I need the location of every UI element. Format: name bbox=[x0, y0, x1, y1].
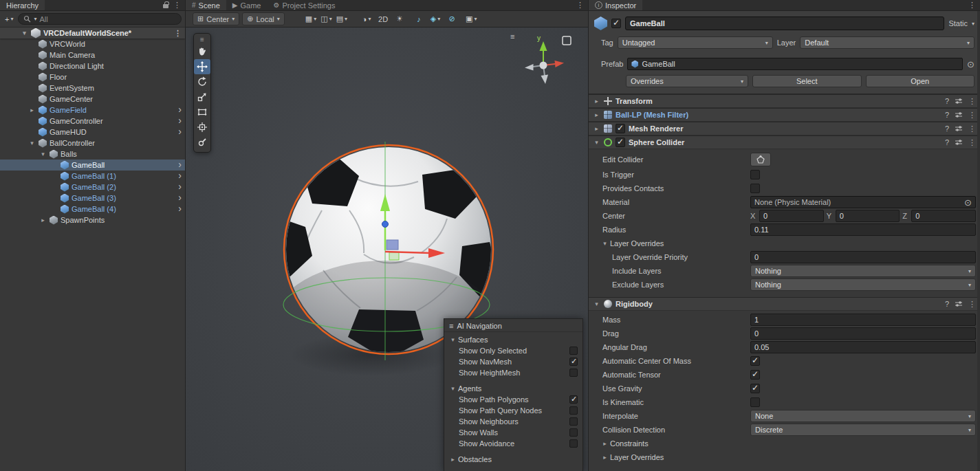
camera-lock-icon[interactable] bbox=[563, 36, 571, 45]
component-menu-icon[interactable]: ⋮ bbox=[968, 300, 976, 309]
toggle-row[interactable]: Show Walls bbox=[444, 427, 582, 438]
rb-layer-overrides-foldout[interactable]: ▸ Layer Overrides bbox=[589, 453, 664, 461]
tab-game[interactable]: ▶Game bbox=[226, 0, 268, 10]
component-menu-icon[interactable]: ⋮ bbox=[968, 111, 976, 120]
handle-orientation-dropdown[interactable]: ⊕Local▾ bbox=[242, 12, 285, 25]
component-checkbox[interactable] bbox=[616, 138, 625, 147]
overrides-dropdown[interactable]: Overrides▾ bbox=[626, 75, 748, 87]
hierarchy-item[interactable]: GameHUD› bbox=[0, 127, 185, 138]
static-dropdown-icon[interactable]: ▾ bbox=[972, 21, 974, 27]
include-layers-dropdown[interactable]: Nothing▾ bbox=[750, 265, 976, 277]
provides-contacts-checkbox[interactable] bbox=[750, 184, 760, 193]
angular-drag-field[interactable]: 0.05 bbox=[750, 341, 976, 353]
component-menu-icon[interactable]: ⋮ bbox=[968, 124, 976, 133]
foldout-icon[interactable]: ▾ bbox=[593, 300, 600, 307]
hierarchy-item[interactable]: ▾BallController bbox=[0, 138, 185, 149]
foldout-icon[interactable]: ▸ bbox=[593, 125, 600, 132]
hierarchy-search-input[interactable]: ▾ All bbox=[18, 13, 182, 25]
use-gravity-checkbox[interactable] bbox=[750, 384, 760, 393]
hierarchy-menu-icon[interactable]: ⋮ bbox=[173, 1, 181, 10]
preset-icon[interactable] bbox=[955, 124, 963, 133]
constraints-foldout[interactable]: ▸ Constraints bbox=[589, 439, 649, 448]
hierarchy-item[interactable]: GameBall (1)› bbox=[0, 171, 185, 182]
interpolate-dropdown[interactable]: None▾ bbox=[750, 410, 976, 422]
scene-orientation-gizmo[interactable]: y bbox=[521, 31, 576, 89]
inspector-scrollbar[interactable] bbox=[977, 11, 980, 471]
component-checkbox[interactable] bbox=[616, 124, 625, 133]
rigidbody-header[interactable]: ▾ Rigidbody ? ⋮ bbox=[589, 297, 980, 311]
edit-collider-button[interactable] bbox=[750, 153, 771, 166]
custom-tool-button[interactable] bbox=[194, 135, 210, 150]
camera-settings-button[interactable]: ▣▾ bbox=[464, 12, 478, 25]
mesh-renderer-header[interactable]: ▸ Mesh Renderer ? ⋮ bbox=[589, 122, 980, 135]
gizmo-hub[interactable] bbox=[540, 62, 547, 69]
plane-handle-green[interactable] bbox=[389, 252, 399, 260]
prefab-field[interactable]: GameBall bbox=[627, 58, 963, 70]
surfaces-foldout[interactable]: ▾Surfaces bbox=[444, 333, 582, 345]
exclude-layers-dropdown[interactable]: Nothing▾ bbox=[750, 278, 976, 291]
toggle-row[interactable]: Show Avoidance bbox=[444, 438, 582, 449]
scene-row[interactable]: ▾ VRCDefaultWorldScene* ⋮ bbox=[0, 28, 185, 39]
grid-snap-button[interactable]: ▤▾ bbox=[335, 12, 349, 25]
is-kinematic-checkbox[interactable] bbox=[750, 397, 760, 407]
tab-scene[interactable]: #Scene bbox=[186, 0, 226, 10]
y-axis-cone[interactable] bbox=[540, 41, 547, 51]
priority-field[interactable]: 0 bbox=[750, 251, 976, 263]
help-icon[interactable]: ? bbox=[945, 300, 949, 308]
checkbox[interactable] bbox=[569, 358, 578, 366]
rotate-tool-button[interactable] bbox=[194, 74, 210, 89]
lock-icon[interactable] bbox=[163, 4, 168, 8]
center-y-field[interactable]: 0 bbox=[836, 210, 900, 222]
toggle-2d-button[interactable]: 2D bbox=[376, 12, 390, 25]
neg-x-cone[interactable] bbox=[525, 64, 534, 71]
active-checkbox[interactable] bbox=[611, 19, 621, 28]
auto-tensor-checkbox[interactable] bbox=[750, 370, 760, 380]
scale-tool-button[interactable] bbox=[194, 89, 210, 105]
hierarchy-item[interactable]: Directional Light bbox=[0, 61, 185, 72]
tools-grip-icon[interactable]: ≡ bbox=[200, 35, 204, 44]
inspector-menu-icon[interactable]: ⋮ bbox=[968, 1, 976, 10]
hierarchy-item[interactable]: ▸GameField› bbox=[0, 105, 185, 116]
hierarchy-item[interactable]: VRCWorld bbox=[0, 39, 185, 50]
prefab-open-arrow[interactable]: › bbox=[178, 182, 182, 192]
layer-dropdown[interactable]: Default▾ bbox=[800, 36, 974, 49]
hierarchy-item[interactable]: GameBall (2)› bbox=[0, 182, 185, 193]
mass-field[interactable]: 1 bbox=[750, 314, 976, 326]
tab-project-settings[interactable]: ⚙Project Settings bbox=[267, 0, 341, 10]
toggle-row[interactable]: Show Path Polygons bbox=[444, 394, 582, 405]
help-icon[interactable]: ? bbox=[945, 97, 949, 105]
shading-mode-button[interactable]: ◑▾ bbox=[360, 12, 373, 25]
agents-foldout[interactable]: ▾Agents bbox=[444, 382, 582, 394]
hierarchy-item-selected[interactable]: GameBall› bbox=[0, 160, 185, 171]
hidden-objects-button[interactable]: ⊘ bbox=[445, 12, 459, 25]
pivot-mode-dropdown[interactable]: ⊞Center▾ bbox=[193, 12, 239, 25]
drag-field[interactable]: 0 bbox=[750, 327, 976, 340]
hierarchy-item[interactable]: GameBall (4)› bbox=[0, 204, 185, 215]
foldout-icon[interactable]: ▸ bbox=[593, 98, 600, 105]
hierarchy-item[interactable]: Main Camera bbox=[0, 50, 185, 61]
center-z-field[interactable]: 0 bbox=[911, 210, 976, 222]
toggle-row[interactable]: Show Path Query Nodes bbox=[444, 405, 582, 416]
toggle-row[interactable]: Show Neighbours bbox=[444, 416, 582, 427]
component-menu-icon[interactable]: ⋮ bbox=[968, 138, 976, 147]
checkbox[interactable] bbox=[569, 347, 578, 355]
foldout-icon[interactable]: ▸ bbox=[39, 217, 47, 223]
prefab-open-arrow[interactable]: › bbox=[178, 204, 182, 214]
scene-audio-button[interactable]: ♪ bbox=[412, 12, 426, 25]
preset-icon[interactable] bbox=[955, 97, 963, 105]
tab-inspector[interactable]: i Inspector bbox=[589, 0, 642, 10]
hierarchy-item[interactable]: GameController› bbox=[0, 116, 185, 127]
material-picker-icon[interactable]: ⊙ bbox=[964, 197, 972, 208]
tag-dropdown[interactable]: Untagged▾ bbox=[618, 36, 773, 49]
preset-icon[interactable] bbox=[955, 138, 963, 146]
drag-handle-icon[interactable]: ≡ bbox=[449, 322, 453, 330]
open-button[interactable]: Open bbox=[866, 75, 975, 87]
collision-detection-dropdown[interactable]: Discrete▾ bbox=[750, 424, 976, 436]
checkbox[interactable] bbox=[569, 395, 578, 404]
create-object-button[interactable]: +▾ bbox=[3, 15, 14, 23]
prefab-open-arrow[interactable]: › bbox=[178, 160, 182, 170]
preset-icon[interactable] bbox=[955, 300, 963, 308]
help-icon[interactable]: ? bbox=[945, 138, 949, 146]
foldout-icon[interactable]: ▸ bbox=[28, 107, 36, 113]
foldout-icon[interactable]: ▾ bbox=[28, 140, 36, 146]
